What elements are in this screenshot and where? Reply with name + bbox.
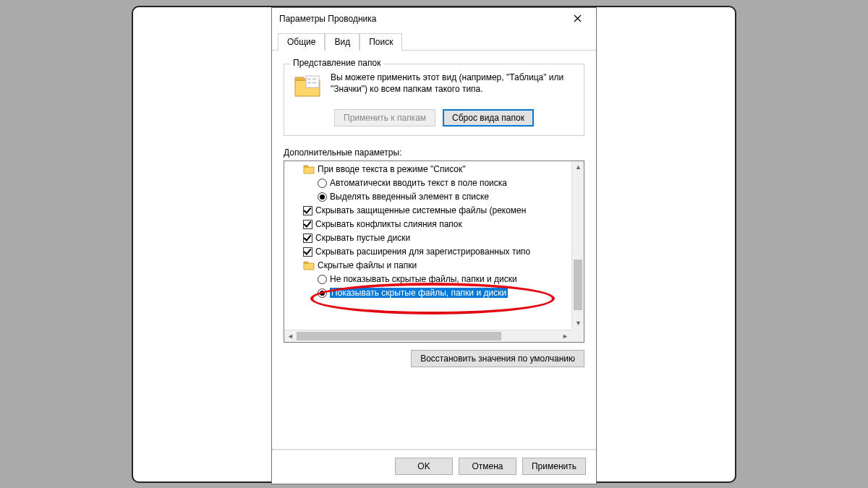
restore-defaults-button[interactable]: Восстановить значения по умолчанию <box>411 350 584 367</box>
window-title: Параметры Проводника <box>279 14 563 24</box>
tree-row[interactable]: Скрывать конфликты слияния папок <box>284 218 571 231</box>
reset-folders-button[interactable]: Сброс вида папок <box>443 109 534 127</box>
vscroll-thumb[interactable] <box>574 260 582 310</box>
radio-icon[interactable] <box>318 192 327 202</box>
tree-item-label[interactable]: При вводе текста в режиме "Список" <box>318 164 466 174</box>
svg-rect-1 <box>307 78 311 80</box>
tree-viewport: При вводе текста в режиме "Список"Автома… <box>284 161 571 330</box>
folder-views-row: Вы можете применить этот вид (например, … <box>293 72 575 100</box>
tree-row[interactable]: Выделять введенный элемент в списке <box>284 190 571 204</box>
titlebar: Параметры Проводника <box>272 8 596 30</box>
tree-item-label[interactable]: Показывать скрытые файлы, папки и диски <box>330 288 508 298</box>
svg-rect-3 <box>307 82 311 84</box>
scroll-corner <box>571 330 584 342</box>
apply-button[interactable]: Применить <box>522 458 586 475</box>
checkbox-icon[interactable] <box>303 247 312 257</box>
tree-item-label[interactable]: Не показывать скрытые файлы, папки и дис… <box>330 274 517 284</box>
tab-view[interactable]: Вид <box>325 33 359 51</box>
tree-item-label[interactable]: Скрывать защищенные системные файлы (рек… <box>315 205 526 215</box>
scroll-left-button[interactable]: ◄ <box>284 330 297 343</box>
scroll-up-button[interactable]: ▲ <box>572 161 584 174</box>
tree-item-label[interactable]: Выделять введенный элемент в списке <box>330 192 489 202</box>
horizontal-scrollbar[interactable]: ◄ ► <box>284 330 571 342</box>
tree-item-label[interactable]: Скрывать расширения для зарегистрированн… <box>315 247 530 257</box>
folder-views-group: Представление папок Вы можете применить … <box>284 64 584 136</box>
advanced-settings-tree[interactable]: При вводе текста в режиме "Список"Автома… <box>284 160 584 343</box>
checkbox-icon[interactable] <box>303 220 312 229</box>
ok-button[interactable]: OK <box>395 458 453 475</box>
tree-row[interactable]: Автоматически вводить текст в поле поиск… <box>284 176 571 190</box>
tree-row[interactable]: Скрывать защищенные системные файлы (рек… <box>284 204 571 218</box>
folder-views-legend: Представление папок <box>290 58 383 68</box>
advanced-settings-label: Дополнительные параметры: <box>284 147 584 158</box>
folder-icon <box>303 164 315 174</box>
tree-item-label[interactable]: Автоматически вводить текст в поле поиск… <box>330 178 507 188</box>
radio-icon[interactable] <box>318 275 327 284</box>
close-button[interactable] <box>563 10 592 27</box>
close-icon <box>574 14 582 22</box>
bottom-button-bar: OK Отмена Применить <box>272 450 596 484</box>
scroll-right-button[interactable]: ► <box>559 330 571 343</box>
view-tab-content: Представление папок Вы можете применить … <box>272 51 596 449</box>
tree-row[interactable]: Скрывать пустые диски <box>284 231 571 245</box>
svg-rect-2 <box>312 78 316 80</box>
checkbox-icon[interactable] <box>303 234 312 243</box>
tree-row[interactable]: Не показывать скрытые файлы, папки и дис… <box>284 273 571 286</box>
tree-row[interactable]: Скрывать расширения для зарегистрированн… <box>284 245 571 259</box>
tree-row[interactable]: При вводе текста в режиме "Список" <box>284 163 571 176</box>
vscroll-track[interactable] <box>572 174 584 317</box>
radio-icon[interactable] <box>318 288 327 298</box>
svg-rect-4 <box>312 82 316 84</box>
hscroll-track[interactable] <box>297 330 559 342</box>
tree-item-label[interactable]: Скрывать пустые диски <box>315 233 410 243</box>
folder-views-text: Вы можете применить этот вид (например, … <box>331 72 575 95</box>
checkbox-icon[interactable] <box>303 206 312 215</box>
folder-icon <box>303 260 315 270</box>
tab-strip: Общие Вид Поиск <box>272 30 596 51</box>
tree-item-label[interactable]: Скрытые файлы и папки <box>318 260 417 270</box>
scroll-down-button[interactable]: ▼ <box>572 317 584 330</box>
vertical-scrollbar[interactable]: ▲ ▼ <box>571 161 584 330</box>
folder-options-dialog: Параметры Проводника Общие Вид Поиск Пре… <box>271 7 597 484</box>
tab-general[interactable]: Общие <box>278 33 325 51</box>
tree-row[interactable]: Скрытые файлы и папки <box>284 259 571 273</box>
outer-frame: Параметры Проводника Общие Вид Поиск Пре… <box>132 6 736 483</box>
folder-icon <box>293 72 322 100</box>
cancel-button[interactable]: Отмена <box>459 458 516 475</box>
folder-views-buttons: Применить к папкам Сброс вида папок <box>293 109 575 127</box>
hscroll-thumb[interactable] <box>297 332 501 341</box>
tree-row[interactable]: Показывать скрытые файлы, папки и диски <box>284 286 571 300</box>
radio-icon[interactable] <box>318 179 327 188</box>
tab-search[interactable]: Поиск <box>359 33 402 51</box>
restore-row: Восстановить значения по умолчанию <box>284 350 584 367</box>
apply-to-folders-button: Применить к папкам <box>334 109 435 127</box>
tree-item-label[interactable]: Скрывать конфликты слияния папок <box>315 219 462 229</box>
